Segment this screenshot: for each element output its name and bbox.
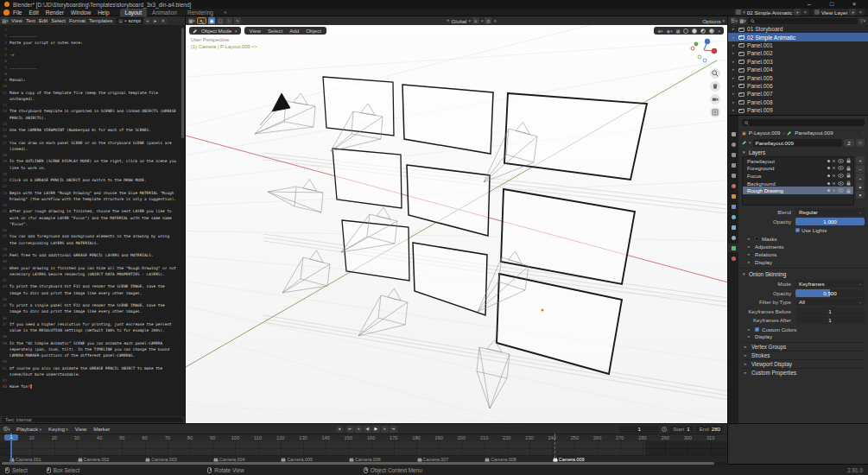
timeline-scrollbar[interactable] [0,462,727,465]
workspace-tab-layout[interactable]: Layout [120,9,148,16]
opacity-slider[interactable]: 1.000 [795,218,865,225]
layer-specials-button[interactable]: ⌄ [856,174,865,181]
play-reverse-button[interactable]: ◀ [364,426,371,433]
text-menu-format[interactable]: Format [67,18,87,23]
timeline-menu-view[interactable]: View [72,426,90,432]
datablock-name-field[interactable]: Panellayout.009 [753,139,842,147]
clock-icon[interactable] [662,427,667,432]
text-line[interactable]: 25After your rough drawing is finished, … [0,208,185,227]
blend-dot-icon[interactable] [827,182,830,185]
unlink-scene-icon[interactable]: × [802,10,808,15]
editor-type-icon[interactable]: ▾ [3,426,10,433]
gp-layer-foreground[interactable]: Foreground [743,165,853,173]
onion-skinning-panel-header[interactable]: ▼ Onion Skinning [742,270,865,279]
gp-layer-background[interactable]: Background [743,180,853,187]
workspace-tab-rendering[interactable]: Rendering [182,9,219,16]
keyframes-after-field[interactable]: 1 [795,316,865,324]
subpanel-relations[interactable]: ▸Relations [742,250,865,258]
scene-selector[interactable]: ▾ 02 Simple Animatic + × [734,9,809,16]
outliner-scene-panel.006[interactable]: ▸Panel.006 [728,82,868,90]
viewport-menu-view[interactable]: View [248,28,263,34]
text-line[interactable]: 39In the "02 Simple Animatic" SCENE you … [0,340,185,359]
outliner-scene-panel.003[interactable]: ▸Panel.003 [728,58,868,66]
gizmos-dropdown-icon[interactable]: ⊕▾ [657,28,663,34]
unlink-text-button[interactable]: × [160,17,167,24]
jump-to-start-button[interactable]: ⇤ [346,426,354,433]
expand-icon[interactable]: ▸ [732,92,736,96]
text-line[interactable]: 33To print the storyboard hit F12 and re… [0,283,185,296]
text-line[interactable]: 9Manual: [0,77,185,83]
outliner-scene-panel.001[interactable]: ▸Panel.001 [728,41,868,49]
timeline-tracks[interactable] [0,441,727,455]
jump-to-end-button[interactable]: ⇥ [390,426,397,433]
camera-marker-camera.005[interactable]: Camera.005 [281,456,313,462]
properties-tab-tool[interactable] [728,130,738,138]
onion-filter-dropdown[interactable]: All⌄ [795,298,865,306]
remove-view-layer-icon[interactable]: × [858,10,863,15]
panel-custom-properties[interactable]: ▸Custom Properties [742,368,865,377]
properties-tab-scene[interactable] [728,171,738,180]
text-menu-view[interactable]: View [10,18,24,23]
text-line[interactable]: 42 [0,377,185,383]
text-menu-select[interactable]: Select [49,18,67,23]
text-line[interactable]: 37If you need a higher resolution for pr… [0,321,185,334]
outliner-search-input[interactable] [748,18,858,24]
text-line[interactable]: 7............ [0,65,185,71]
editor-type-icon[interactable]: ▤▾ [2,17,9,24]
previous-keyframe-button[interactable]: « [355,426,363,433]
properties-tab-render[interactable] [728,140,738,149]
text-menu-templates[interactable]: Templates [87,18,114,23]
script-datablock-field[interactable]: ▤ ▾ script [116,17,143,24]
text-editor-body[interactable]: 12............3Paste your script or note… [0,25,185,416]
properties-tab-world[interactable] [728,181,738,190]
transform-orientation[interactable]: Global [452,18,467,24]
text-line[interactable]: 17You can draw on each panel SCENE or on… [0,140,185,153]
blender-menu-icon[interactable] [3,10,10,16]
timeline-menu-marker[interactable]: Marker [90,426,113,432]
text-line[interactable]: 26 [0,227,185,233]
gp-layer-rough-drawing[interactable]: Rough Drawing [743,187,853,194]
text-menu-text[interactable]: Text [24,18,37,23]
eye-icon[interactable] [838,181,844,186]
menu-help[interactable]: Help [94,10,112,16]
text-line[interactable]: 31When your drawing is finished you can … [0,265,185,278]
menu-window[interactable]: Window [67,10,94,16]
orthographic-toggle-icon[interactable] [710,107,720,117]
lock-icon[interactable] [846,173,851,178]
text-menu-edit[interactable]: Edit [37,18,49,23]
outliner-scene-panel.008[interactable]: ▸Panel.008 [728,98,868,106]
text-line[interactable]: 18 [0,152,185,158]
properties-tab-object[interactable] [728,192,738,200]
text-line[interactable]: 4 [0,46,185,52]
overlays-dropdown-icon[interactable]: ◉▾ [667,28,673,34]
viewport-menu-select[interactable]: Select [266,28,284,34]
camera-marker-camera.001[interactable]: Camera.001 [10,456,41,462]
properties-tab-material[interactable] [728,254,738,263]
outliner-scene-panel.005[interactable]: ▸Panel.005 [728,73,868,81]
text-line[interactable]: 2............ [0,33,185,39]
properties-tab-output[interactable] [728,150,738,159]
move-layer-down-button[interactable]: ▾ [856,191,865,199]
properties-tab-object-data[interactable] [728,244,738,252]
timeline-menu-playback[interactable]: Playback ▾ [13,426,45,432]
workspace-tab-animation[interactable]: Animation [147,9,182,16]
view-layer-selector[interactable]: View Layer + × [813,9,865,16]
editor-type-icon[interactable]: ☰▾ [731,17,738,24]
text-line[interactable]: 28 [0,246,185,252]
camera-marker-camera.004[interactable]: Camera.004 [213,456,245,462]
gp-layer-focus[interactable]: Focus [743,172,853,180]
xray-toggle-icon[interactable]: ▦ [676,28,681,34]
snap-magnet-icon[interactable]: ∪ [472,17,479,24]
new-text-button[interactable]: + [144,17,151,24]
outliner-scene-02-simple-animatic[interactable]: ▸02 Simple Animatic [728,33,868,41]
timeline-menu-keying[interactable]: Keying ▾ [45,426,72,432]
auto-keying-toggle[interactable]: ● [336,426,344,433]
lock-icon[interactable] [846,158,851,163]
blend-dot-icon[interactable] [827,160,830,162]
camera-marker-camera.003[interactable]: Camera.003 [145,456,177,462]
eye-icon[interactable] [838,188,844,193]
text-line[interactable]: 24 [0,202,185,208]
subpanel-adjustments[interactable]: ▸Adjustments [742,243,865,250]
text-line[interactable]: 34 [0,296,185,302]
current-frame-field[interactable]: 1 [619,426,659,433]
